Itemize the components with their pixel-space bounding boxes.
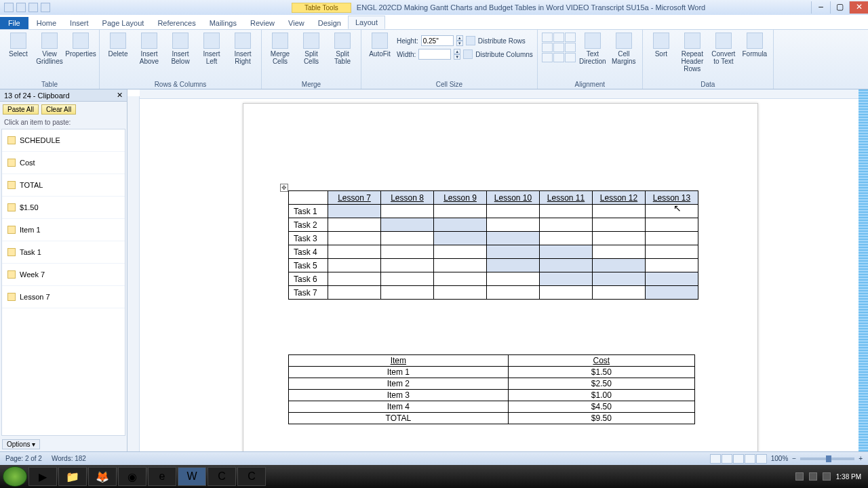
gantt-row-header[interactable]: Task 7	[289, 286, 328, 300]
budget-cell[interactable]: $4.50	[508, 401, 694, 413]
tray-icon[interactable]	[795, 472, 804, 481]
taskbar-app1[interactable]: C	[208, 467, 236, 486]
gantt-header[interactable]: Lesson 12	[593, 191, 646, 205]
zoom-slider[interactable]	[800, 458, 854, 460]
taskbar-ie[interactable]: e	[148, 467, 176, 486]
gantt-cell[interactable]	[487, 259, 540, 272]
budget-header[interactable]: Cost	[508, 355, 694, 367]
document-area[interactable]: ✥ Lesson 7Lesson 8Lesson 9Lesson 10Lesso…	[127, 89, 868, 451]
gantt-row-header[interactable]: Task 4	[289, 245, 328, 259]
delete-button[interactable]: Delete	[104, 33, 132, 58]
gantt-cell[interactable]	[487, 218, 540, 232]
budget-cell[interactable]: $1.00	[508, 390, 694, 401]
gantt-row-header[interactable]: Task 1	[289, 205, 328, 218]
gantt-cell[interactable]	[381, 218, 434, 232]
view-buttons[interactable]	[710, 454, 767, 464]
gantt-cell[interactable]	[540, 232, 593, 245]
gantt-cell[interactable]	[646, 232, 698, 245]
split-table-button[interactable]: Split Table	[328, 33, 357, 65]
gantt-cell[interactable]	[646, 259, 698, 272]
autofit-button[interactable]: AutoFit	[366, 33, 394, 58]
tab-home[interactable]: Home	[30, 17, 63, 29]
gantt-cell[interactable]	[593, 205, 646, 218]
width-input[interactable]	[418, 49, 451, 60]
page-indicator[interactable]: Page: 2 of 2	[5, 455, 42, 462]
alignment-grid[interactable]	[542, 33, 576, 62]
insert-left-button[interactable]: Insert Left	[197, 33, 226, 65]
gantt-cell[interactable]	[646, 205, 698, 218]
table-move-handle-icon[interactable]: ✥	[280, 184, 288, 192]
width-spinner[interactable]: ▲▼	[454, 49, 460, 60]
taskbar-word[interactable]: W	[178, 467, 206, 486]
clock[interactable]: 1:38 PM	[836, 473, 861, 481]
gantt-header[interactable]: Lesson 13	[646, 191, 698, 205]
gantt-table[interactable]: Lesson 7Lesson 8Lesson 9Lesson 10Lesson …	[288, 190, 698, 300]
maximize-button[interactable]: ▢	[830, 1, 849, 14]
gantt-cell[interactable]	[381, 272, 434, 286]
budget-cell[interactable]: Item 2	[289, 378, 509, 390]
budget-table[interactable]: ItemCostItem 1$1.50Item 2$2.50Item 3$1.0…	[288, 354, 695, 424]
text-direction-button[interactable]: Text Direction	[578, 33, 607, 65]
gantt-cell[interactable]	[593, 259, 646, 272]
gantt-cell[interactable]	[646, 272, 698, 286]
gantt-cell[interactable]	[434, 218, 487, 232]
close-button[interactable]: ✕	[849, 1, 868, 14]
gantt-cell[interactable]	[540, 218, 593, 232]
gantt-cell[interactable]	[540, 259, 593, 272]
gantt-cell[interactable]	[593, 232, 646, 245]
gantt-header[interactable]: Lesson 9	[434, 191, 487, 205]
clipboard-item[interactable]: Item 1	[2, 219, 125, 241]
taskbar-firefox[interactable]: 🦊	[88, 467, 117, 486]
system-tray[interactable]: 1:38 PM	[795, 472, 865, 481]
gantt-cell[interactable]	[487, 232, 540, 245]
taskbar-explorer[interactable]: 📁	[58, 467, 87, 486]
gantt-row-header[interactable]: Task 6	[289, 272, 328, 286]
gantt-cell[interactable]	[646, 245, 698, 259]
repeat-header-button[interactable]: Repeat Header Rows	[678, 33, 707, 73]
gantt-cell[interactable]	[381, 286, 434, 300]
clipboard-options-button[interactable]: Options ▾	[2, 439, 40, 449]
convert-to-text-button[interactable]: Convert to Text	[709, 33, 738, 65]
tray-icon[interactable]	[809, 472, 817, 481]
budget-cell[interactable]: $1.50	[508, 367, 694, 378]
vertical-scrollbar[interactable]	[859, 89, 868, 451]
gantt-header[interactable]: Lesson 7	[328, 191, 381, 205]
tab-view[interactable]: View	[281, 17, 311, 29]
gantt-cell[interactable]	[381, 245, 434, 259]
gantt-cell[interactable]	[487, 286, 540, 300]
zoom-level[interactable]: 100%	[771, 455, 789, 462]
gantt-cell[interactable]	[381, 232, 434, 245]
tab-page-layout[interactable]: Page Layout	[96, 17, 151, 29]
gantt-cell[interactable]	[593, 286, 646, 300]
gantt-cell[interactable]	[328, 218, 381, 232]
gantt-cell[interactable]	[328, 272, 381, 286]
gantt-cell[interactable]	[540, 245, 593, 259]
view-gridlines-button[interactable]: View Gridlines	[35, 33, 64, 65]
tray-icon[interactable]	[823, 472, 831, 481]
insert-right-button[interactable]: Insert Right	[229, 33, 257, 65]
gantt-cell[interactable]	[434, 232, 487, 245]
tab-insert[interactable]: Insert	[63, 17, 96, 29]
gantt-cell[interactable]	[434, 272, 487, 286]
budget-cell[interactable]: Item 1	[289, 367, 509, 378]
zoom-in-button[interactable]: +	[859, 455, 863, 462]
clear-all-button[interactable]: Clear All	[41, 104, 76, 115]
gantt-cell[interactable]	[434, 205, 487, 218]
gantt-row-header[interactable]: Task 5	[289, 259, 328, 272]
clipboard-item[interactable]: Lesson 7	[2, 286, 125, 308]
merge-cells-button[interactable]: Merge Cells	[266, 33, 294, 65]
formula-button[interactable]: Formula	[741, 33, 769, 58]
cell-margins-button[interactable]: Cell Margins	[610, 33, 638, 65]
gantt-cell[interactable]	[434, 286, 487, 300]
gantt-cell[interactable]	[328, 232, 381, 245]
gantt-cell[interactable]	[328, 245, 381, 259]
select-button[interactable]: Select	[4, 33, 33, 58]
clipboard-item[interactable]: TOTAL	[2, 174, 125, 197]
budget-cell[interactable]: Item 4	[289, 401, 509, 413]
tab-design[interactable]: Design	[311, 17, 348, 29]
gantt-cell[interactable]	[434, 259, 487, 272]
clipboard-item[interactable]: Task 1	[2, 241, 125, 264]
clipboard-item[interactable]: Cost	[2, 152, 125, 174]
height-spinner[interactable]: ▲▼	[456, 35, 463, 46]
tab-references[interactable]: References	[151, 17, 202, 29]
